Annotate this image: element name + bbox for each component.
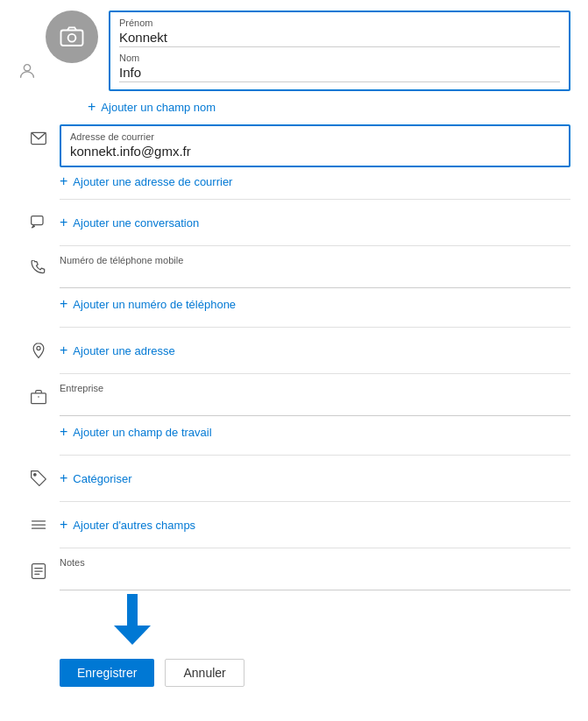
company-icon bbox=[30, 388, 47, 406]
phone-icon bbox=[30, 260, 47, 278]
notes-icon bbox=[30, 562, 47, 580]
save-button[interactable]: Enregistrer bbox=[60, 659, 154, 687]
plus-icon: + bbox=[88, 100, 96, 114]
add-work-label: Ajouter un champ de travail bbox=[73, 426, 211, 439]
tag-icon bbox=[30, 470, 47, 487]
categorize-label: Catégoriser bbox=[73, 472, 131, 485]
email-section-icon-col bbox=[18, 124, 60, 147]
name-fields-box: Prénom Konnekt Nom Info bbox=[109, 11, 570, 91]
categorize-row[interactable]: + Catégoriser bbox=[60, 470, 570, 487]
add-phone-row[interactable]: + Ajouter un numéro de téléphone bbox=[60, 295, 570, 313]
cancel-button[interactable]: Annuler bbox=[165, 659, 244, 687]
add-address-row[interactable]: + Ajouter une adresse bbox=[60, 342, 570, 359]
form-buttons: Enregistrer Annuler bbox=[60, 659, 570, 687]
plus-icon-email: + bbox=[60, 174, 67, 188]
svg-rect-1 bbox=[61, 31, 83, 46]
svg-rect-4 bbox=[32, 216, 43, 225]
svg-point-0 bbox=[24, 65, 30, 71]
plus-icon-other: + bbox=[60, 518, 67, 532]
company-value[interactable] bbox=[60, 397, 570, 416]
arrow-indicator bbox=[114, 594, 570, 645]
add-phone-label: Ajouter un numéro de téléphone bbox=[73, 298, 236, 311]
svg-point-5 bbox=[37, 346, 40, 350]
add-other-fields-row[interactable]: + Ajouter d'autres champs bbox=[60, 516, 570, 534]
plus-icon-conv: + bbox=[60, 216, 67, 230]
plus-icon-cat: + bbox=[60, 471, 67, 485]
arrow-down-icon bbox=[114, 594, 151, 645]
address-icon bbox=[30, 342, 47, 359]
last-name-label: Nom bbox=[119, 53, 560, 63]
svg-rect-16 bbox=[127, 594, 138, 627]
notes-label: Notes bbox=[60, 557, 570, 568]
person-icon bbox=[18, 61, 37, 81]
email-icon bbox=[30, 130, 47, 147]
email-value[interactable]: konnekt.info@gmx.fr bbox=[70, 144, 560, 159]
svg-point-8 bbox=[34, 474, 37, 477]
avatar[interactable] bbox=[46, 11, 98, 63]
add-email-row[interactable]: + Ajouter une adresse de courrier bbox=[60, 173, 570, 190]
svg-marker-17 bbox=[114, 626, 151, 645]
svg-point-2 bbox=[68, 34, 76, 42]
add-work-row[interactable]: + Ajouter un champ de travail bbox=[60, 423, 570, 441]
phone-label: Numéro de téléphone mobile bbox=[60, 255, 570, 265]
plus-icon-phone: + bbox=[60, 297, 67, 311]
notes-value[interactable] bbox=[60, 571, 570, 590]
more-fields-icon bbox=[30, 516, 47, 534]
first-name-value[interactable]: Konnekt bbox=[119, 30, 560, 47]
phone-value[interactable] bbox=[60, 269, 570, 288]
first-name-label: Prénom bbox=[119, 18, 560, 28]
last-name-value[interactable]: Info bbox=[119, 65, 560, 82]
plus-icon-address: + bbox=[60, 343, 67, 357]
company-label: Entreprise bbox=[60, 383, 570, 393]
camera-icon bbox=[59, 24, 85, 50]
conversation-icon bbox=[30, 214, 47, 231]
email-label: Adresse de courrier bbox=[70, 131, 560, 142]
add-name-field-label: Ajouter un champ nom bbox=[101, 101, 216, 114]
email-box: Adresse de courrier konnekt.info@gmx.fr bbox=[60, 124, 570, 167]
add-conversation-row[interactable]: + Ajouter une conversation bbox=[60, 214, 570, 231]
add-name-field-row[interactable]: + Ajouter un champ nom bbox=[88, 98, 570, 116]
svg-rect-6 bbox=[32, 393, 46, 404]
add-conversation-label: Ajouter une conversation bbox=[73, 216, 199, 230]
plus-icon-work: + bbox=[60, 425, 67, 439]
add-email-label: Ajouter une adresse de courrier bbox=[73, 175, 232, 188]
add-address-label: Ajouter une adresse bbox=[73, 344, 174, 357]
add-other-fields-label: Ajouter d'autres champs bbox=[73, 519, 195, 532]
